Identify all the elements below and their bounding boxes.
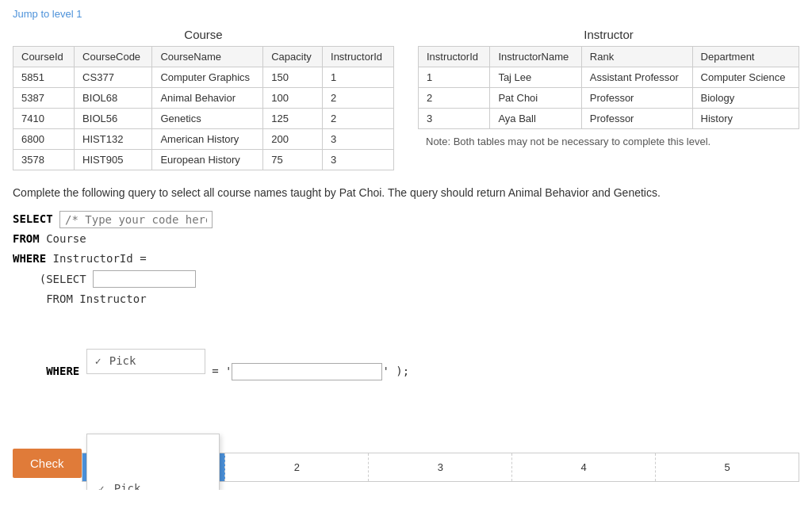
dropdown-item-pick[interactable]: ✓ Pick	[87, 474, 219, 490]
table-cell: 3	[323, 150, 394, 170]
table-cell: CS377	[75, 67, 152, 88]
table-cell: Computer Graphics	[152, 67, 263, 88]
from-keyword: FROM	[13, 229, 40, 249]
table-cell: 2	[419, 88, 490, 109]
table-cell: HIST905	[75, 150, 152, 170]
table-cell: 125	[263, 109, 323, 129]
course-table-row: 6800HIST132American History2003	[13, 129, 394, 150]
table-cell: 3	[323, 129, 394, 150]
course-header-courseid: CourseId	[13, 47, 75, 67]
course-table: CourseIdCourseCodeCourseNameCapacityInst…	[13, 46, 394, 170]
table-cell: 3578	[13, 150, 75, 170]
instructor-table-row: 2Pat ChoiProfessorBiology	[419, 88, 799, 109]
instructor-header-instructorid: InstructorId	[419, 47, 490, 67]
query-line-1: SELECT	[13, 209, 799, 229]
instructor-table-title: Instructor	[418, 28, 799, 41]
note-text: Note: Both tables may not be necessary t…	[418, 129, 799, 147]
course-header-instructorid: InstructorId	[323, 47, 394, 67]
course-header-coursecode: CourseCode	[75, 47, 152, 67]
where-value-input[interactable]	[232, 363, 382, 380]
table-cell: BIOL56	[75, 109, 152, 129]
breadcrumb[interactable]: Jump to level 1	[13, 8, 799, 20]
query-line-3: WHERE InstructorId =	[13, 249, 799, 269]
where-keyword: WHERE	[13, 249, 46, 269]
check-icon: ✓	[95, 352, 106, 370]
course-table-block: Course CourseIdCourseCodeCourseNameCapac…	[13, 28, 394, 170]
instructor-header-instructorname: InstructorName	[490, 47, 581, 67]
instructor-table: InstructorIdInstructorNameRankDepartment…	[418, 46, 799, 129]
course-table-title: Course	[13, 28, 394, 41]
dropdown-container: ✓ Pick ✓ Pick Capacity CourseCode	[86, 309, 205, 434]
table-cell: 6800	[13, 129, 75, 150]
instructor-header-rank: Rank	[581, 47, 692, 67]
page-5[interactable]: 5	[656, 453, 799, 481]
page-2[interactable]: 2	[225, 453, 369, 481]
course-table-row: 5387BIOL68Animal Behavior1002	[13, 88, 394, 109]
table-cell: Professor	[581, 88, 692, 109]
course-table-row: 3578HIST905European History753	[13, 150, 394, 170]
table-cell: European History	[152, 150, 263, 170]
table-cell: 2	[323, 109, 394, 129]
select-keyword: SELECT	[13, 209, 59, 229]
table-cell: 5387	[13, 88, 75, 109]
instructor-table-row: 1Taj LeeAssistant ProfessorComputer Scie…	[419, 67, 799, 88]
table-cell: 75	[263, 150, 323, 170]
course-table-row: 5851CS377Computer Graphics1501	[13, 67, 394, 88]
page-4[interactable]: 4	[512, 453, 656, 481]
table-cell: 3	[419, 109, 490, 129]
query-area: SELECT FROM Course WHERE InstructorId = …	[13, 209, 799, 434]
table-cell: Professor	[581, 109, 692, 129]
dropdown-menu: ✓ Pick Capacity CourseCode CourseId	[86, 434, 220, 490]
table-cell: Taj Lee	[490, 67, 581, 88]
course-header-coursename: CourseName	[152, 47, 263, 67]
table-cell: 200	[263, 129, 323, 150]
table-cell: 5851	[13, 67, 75, 88]
table-cell: Computer Science	[692, 67, 799, 88]
from-value: Course	[40, 229, 86, 249]
table-cell: 1	[419, 67, 490, 88]
table-cell: Genetics	[152, 109, 263, 129]
table-cell: Animal Behavior	[152, 88, 263, 109]
query-line-2: FROM Course	[13, 229, 799, 249]
instructor-header-department: Department	[692, 47, 799, 67]
instructor-table-block: Instructor InstructorIdInstructorNameRan…	[418, 28, 799, 170]
table-cell: 1	[323, 67, 394, 88]
table-cell: 2	[323, 88, 394, 109]
query-line-5: FROM Instructor	[13, 289, 799, 309]
table-cell: Aya Ball	[490, 109, 581, 129]
table-cell: Assistant Professor	[581, 67, 692, 88]
table-cell: 150	[263, 67, 323, 88]
query-line-4: (SELECT	[13, 269, 799, 289]
table-cell: HIST132	[75, 129, 152, 150]
table-cell: BIOL68	[75, 88, 152, 109]
table-cell: History	[692, 109, 799, 129]
table-cell: American History	[152, 129, 263, 150]
table-cell: 7410	[13, 109, 75, 129]
instructor-table-row: 3Aya BallProfessorHistory	[419, 109, 799, 129]
description-text: Complete the following query to select a…	[13, 185, 799, 201]
page-3[interactable]: 3	[369, 453, 512, 481]
query-line-6: WHERE ✓ Pick ✓ Pick Capacity CourseCode	[13, 309, 799, 434]
course-table-row: 7410BIOL56Genetics1252	[13, 109, 394, 129]
course-header-capacity: Capacity	[263, 47, 323, 67]
table-cell: 100	[263, 88, 323, 109]
table-cell: Pat Choi	[490, 88, 581, 109]
select-input[interactable]	[59, 211, 213, 228]
check-button[interactable]: Check	[13, 449, 82, 478]
dropdown-trigger[interactable]: ✓ Pick	[86, 349, 205, 373]
dropdown-selected-label: Pick	[109, 351, 136, 371]
table-cell: Biology	[692, 88, 799, 109]
subselect-input[interactable]	[93, 270, 196, 288]
